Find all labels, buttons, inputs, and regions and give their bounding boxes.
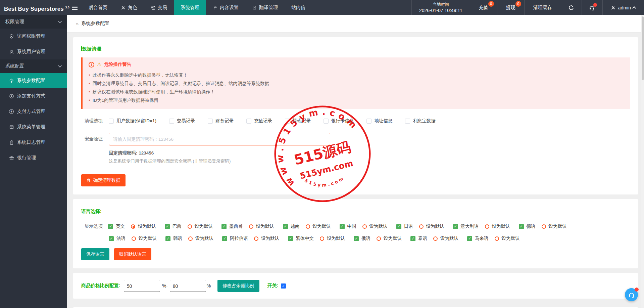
user-icon	[611, 5, 616, 10]
sidebar-item-add-payment[interactable]: 添加支付方式	[0, 88, 67, 104]
clean-option-label: 用户数据(保留ID=1)	[116, 118, 156, 124]
language-checkbox[interactable]: ✓	[453, 224, 458, 229]
language-name: 中国	[347, 223, 356, 229]
clean-option-5[interactable]: 银行卡信息	[324, 118, 354, 124]
nav-item-roles[interactable]: 角色	[114, 0, 144, 15]
warning-item: •此操作将永久删除选中的数据类型，无法恢复！	[89, 71, 624, 79]
clean-option-3[interactable]: 充值记录	[246, 118, 272, 124]
default-radio[interactable]	[419, 224, 424, 229]
sidebar-group-label: 权限管理	[5, 19, 24, 25]
sidebar-item-menu-manage[interactable]: 系统菜单管理	[0, 119, 67, 135]
checkbox-unchecked[interactable]	[324, 119, 329, 124]
sidebar: 权限管理访问权限管理系统用户管理系统配置系统参数配置添加支付方式¥支付方式管理系…	[0, 15, 67, 308]
user-menu[interactable]: admin	[603, 0, 644, 15]
clean-option-6[interactable]: 地址信息	[366, 118, 392, 124]
language-checkbox[interactable]: ✓	[410, 236, 415, 241]
language-checkbox[interactable]: ✓	[519, 224, 524, 229]
sidebar-group-permission[interactable]: 权限管理	[0, 15, 67, 29]
language-option-13: ✓泰语设为默认	[410, 235, 458, 241]
gear-icon	[9, 78, 14, 83]
language-checkbox[interactable]: ✓	[221, 224, 227, 229]
checkbox-unchecked[interactable]	[285, 119, 290, 124]
price-switch-checkbox[interactable]: ✓	[281, 283, 286, 289]
clean-option-0[interactable]: 用户数据(保留ID=1)	[109, 118, 156, 124]
notification-dot	[593, 3, 597, 7]
sidebar-item-log-manage[interactable]: 系统日志管理	[0, 135, 67, 150]
topbar-action-withdraw[interactable]: 提现0	[497, 0, 525, 15]
sidebar-item-system-params[interactable]: 系统参数配置	[0, 73, 67, 88]
language-items-row1: ✓英文设为默认✓巴西设为默认✓墨西哥设为默认✓越南设为默认✓中国设为默认✓日语设…	[108, 223, 567, 229]
hamburger-menu-icon[interactable]	[67, 0, 82, 15]
security-label: 安全验证	[81, 136, 103, 142]
scrollbar[interactable]	[641, 15, 644, 308]
nav-item-label: 角色	[128, 5, 137, 11]
cancel-default-language-button[interactable]: 取消默认语言	[114, 248, 151, 260]
nav-item-home[interactable]: 后台首页	[82, 0, 114, 15]
language-checkbox[interactable]: ✓	[288, 236, 293, 241]
confirm-clean-button[interactable]: 确定清理数据	[81, 174, 126, 186]
refresh-button[interactable]	[561, 0, 582, 15]
language-checkbox[interactable]: ✓	[340, 224, 345, 229]
floating-support-button[interactable]	[625, 288, 638, 301]
checkbox-unchecked[interactable]	[246, 119, 251, 124]
language-checkbox[interactable]: ✓	[354, 236, 359, 241]
default-radio[interactable]	[362, 224, 367, 229]
default-radio[interactable]	[249, 224, 253, 229]
sidebar-item-access-permission[interactable]: 访问权限管理	[0, 29, 67, 44]
nav-item-translate-manage[interactable]: 翻译管理	[245, 0, 285, 15]
confirm-clean-label: 确定清理数据	[93, 177, 120, 183]
default-radio[interactable]	[254, 236, 258, 241]
language-name: 法语	[116, 235, 126, 241]
default-radio[interactable]	[188, 224, 192, 229]
price-min-input[interactable]	[124, 280, 160, 292]
default-radio[interactable]	[188, 236, 193, 241]
default-radio[interactable]	[377, 236, 381, 241]
nav-item-system-manage[interactable]: 系统管理	[174, 0, 206, 15]
default-radio[interactable]	[485, 224, 489, 229]
default-radio[interactable]	[433, 236, 438, 241]
language-checkbox[interactable]: ✓	[467, 236, 472, 241]
save-language-button[interactable]: 保存语言	[81, 248, 109, 260]
language-checkbox[interactable]: ✓	[222, 236, 227, 241]
language-checkbox[interactable]: ✓	[165, 224, 170, 229]
language-checkbox[interactable]: ✓	[396, 224, 401, 229]
default-radio-label: 设为默认	[384, 235, 402, 241]
language-checkbox[interactable]: ✓	[108, 224, 113, 229]
language-name: 阿拉伯语	[230, 235, 248, 241]
sidebar-item-system-users[interactable]: 系统用户管理	[0, 44, 67, 59]
price-max-input[interactable]	[170, 280, 206, 292]
default-radio[interactable]	[542, 224, 546, 229]
sidebar-item-payment-manage[interactable]: ¥支付方式管理	[0, 104, 67, 119]
default-radio[interactable]	[320, 236, 324, 241]
topbar-action-clear-cache[interactable]: 清理缓存	[525, 0, 561, 15]
clean-option-7[interactable]: 利息宝数据	[405, 118, 436, 124]
clean-option-1[interactable]: 交易记录	[169, 118, 195, 124]
chevron-down-icon	[58, 64, 62, 68]
checkbox-unchecked[interactable]	[109, 119, 114, 124]
nav-item-content-settings[interactable]: 内容设置	[206, 0, 245, 15]
default-radio[interactable]	[132, 236, 136, 241]
nav-item-trade[interactable]: 交易	[144, 0, 174, 15]
checkbox-unchecked[interactable]	[169, 119, 174, 124]
scrollbar-thumb[interactable]	[642, 16, 644, 80]
nav-item-site-mail[interactable]: 站内信	[285, 0, 312, 15]
checkbox-unchecked[interactable]	[208, 119, 213, 124]
sidebar-item-bank-manage[interactable]: 银行管理	[0, 150, 67, 166]
default-radio[interactable]	[306, 224, 310, 229]
language-name: 泰语	[418, 235, 427, 241]
security-password-input[interactable]	[109, 133, 330, 145]
checkbox-unchecked[interactable]	[366, 119, 371, 124]
language-checkbox[interactable]: ✓	[109, 236, 114, 241]
language-checkbox[interactable]: ✓	[283, 224, 288, 229]
chevron-down-icon	[58, 19, 62, 23]
support-button[interactable]	[582, 0, 603, 15]
modify-balance-ratio-button[interactable]: 修改占余额比例	[217, 280, 259, 292]
default-radio[interactable]	[495, 236, 499, 241]
topbar-action-recharge[interactable]: 充值0	[470, 0, 497, 15]
checkbox-unchecked[interactable]	[405, 119, 410, 124]
clean-option-4[interactable]: 提现记录	[285, 118, 311, 124]
clean-option-2[interactable]: 财务记录	[208, 118, 234, 124]
default-radio[interactable]	[131, 224, 135, 229]
sidebar-group-system-config[interactable]: 系统配置	[0, 59, 67, 73]
language-checkbox[interactable]: ✓	[165, 236, 170, 241]
